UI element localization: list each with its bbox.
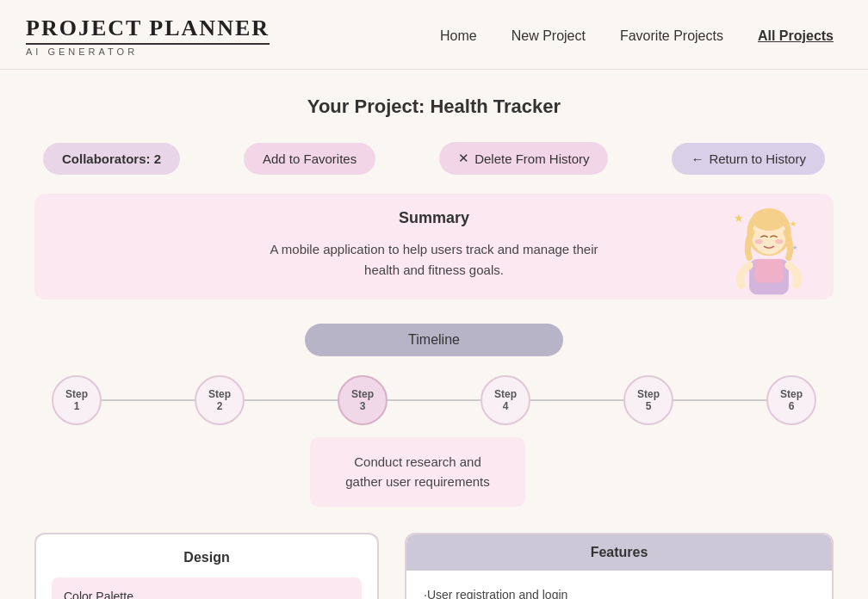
- summary-content: Summary A mobile application to help use…: [60, 209, 808, 281]
- svg-point-6: [775, 239, 783, 244]
- step-1[interactable]: Step 1: [52, 375, 102, 425]
- svg-text:★: ★: [793, 244, 798, 251]
- svg-text:★: ★: [734, 213, 744, 225]
- svg-rect-2: [755, 259, 784, 283]
- arrow-left-icon: ←: [691, 151, 704, 166]
- timeline-section: Timeline Step 1 Step 2 Step 3 Step 4 Ste…: [34, 324, 834, 507]
- step-3[interactable]: Step 3: [338, 375, 388, 425]
- page-title: Your Project: Health Tracker: [34, 96, 834, 118]
- color-palette-label: Color Palette: [64, 590, 350, 599]
- return-history-label: Return to History: [709, 151, 806, 166]
- bottom-row: Design Color Palette Features ·User regi…: [34, 533, 834, 599]
- step-detail: Conduct research and gather user require…: [310, 437, 525, 507]
- feature-item-1: ·User registration and login: [424, 579, 815, 599]
- nav-home[interactable]: Home: [440, 28, 477, 44]
- x-icon: ✕: [458, 151, 469, 166]
- page-title-project: Health Tracker: [430, 96, 561, 117]
- logo-subtitle: AI GENERATOR: [26, 46, 138, 57]
- summary-title: Summary: [60, 209, 808, 227]
- delete-history-label: Delete From History: [474, 151, 589, 166]
- action-row: Collaborators: 2 Add to Favorites ✕ Dele…: [34, 142, 834, 175]
- nav-links: Home New Project Favorite Projects All P…: [440, 28, 834, 44]
- logo-title: PROJECT PLANNER: [26, 15, 270, 41]
- design-section: Design Color Palette: [34, 533, 379, 599]
- features-header: Features: [406, 534, 832, 571]
- design-title: Design: [52, 550, 362, 565]
- page-title-prefix: Your Project:: [307, 96, 431, 117]
- summary-section: Summary A mobile application to help use…: [34, 194, 834, 300]
- summary-illustration: ★ ★ ★: [722, 202, 816, 297]
- step-4[interactable]: Step 4: [480, 375, 530, 425]
- svg-point-4: [752, 208, 786, 231]
- delete-history-button[interactable]: ✕ Delete From History: [439, 142, 608, 175]
- features-section: Features ·User registration and login ·T…: [405, 533, 834, 599]
- step-5[interactable]: Step 5: [623, 375, 673, 425]
- timeline-label: Timeline: [305, 324, 563, 356]
- timeline-line: [52, 399, 816, 401]
- svg-text:★: ★: [790, 219, 797, 228]
- navbar: PROJECT PLANNER AI GENERATOR Home New Pr…: [0, 0, 868, 70]
- summary-text: A mobile application to help users track…: [262, 239, 606, 281]
- timeline-steps: Step 1 Step 2 Step 3 Step 4 Step 5 Step …: [34, 375, 834, 425]
- svg-point-5: [755, 239, 763, 244]
- logo: PROJECT PLANNER AI GENERATOR: [26, 15, 270, 57]
- step-6[interactable]: Step 6: [766, 375, 816, 425]
- logo-divider: [26, 43, 270, 45]
- add-favorites-button[interactable]: Add to Favorites: [244, 143, 375, 175]
- step-2[interactable]: Step 2: [195, 375, 245, 425]
- features-list: ·User registration and login ·Track dail…: [406, 571, 832, 599]
- nav-favorite-projects[interactable]: Favorite Projects: [620, 28, 723, 44]
- return-history-button[interactable]: ← Return to History: [672, 143, 825, 175]
- nav-new-project[interactable]: New Project: [512, 28, 586, 44]
- main-content: Your Project: Health Tracker Collaborato…: [0, 70, 868, 599]
- nav-all-projects[interactable]: All Projects: [758, 28, 834, 44]
- collaborators-button[interactable]: Collaborators: 2: [43, 143, 180, 175]
